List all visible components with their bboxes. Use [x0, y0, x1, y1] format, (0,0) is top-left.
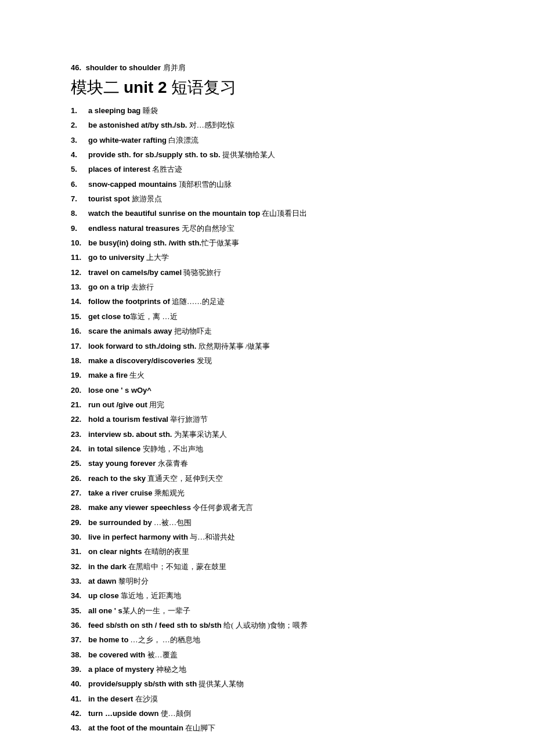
- item-chinese: 用完: [147, 400, 164, 409]
- item-chinese: 直通天空，延伸到天空: [146, 474, 223, 483]
- item-number: 35.: [71, 603, 86, 618]
- list-item: 34.up close 靠近地，近距离地: [71, 588, 463, 603]
- list-item: 30.live in perfect harmony with 与…和谐共处: [71, 530, 463, 544]
- item-english: travel on camels/by camel: [88, 268, 182, 277]
- list-item: 38.be covered with 被…覆盖: [71, 648, 463, 662]
- item-number: 38.: [71, 648, 86, 662]
- item-english: make a fire: [88, 371, 128, 379]
- item-english: in the desert: [88, 694, 133, 703]
- list-item: 43.at the foot of the mountain 在山脚下: [71, 721, 463, 735]
- item-english: tourist spot: [88, 194, 130, 203]
- intro-num: 46.: [71, 63, 81, 72]
- item-chinese: 对…感到吃惊: [187, 121, 234, 129]
- item-number: 17.: [71, 339, 86, 353]
- item-number: 41.: [71, 692, 86, 706]
- item-number: 12.: [71, 265, 86, 280]
- item-english: be covered with: [88, 650, 145, 659]
- list-item: 1.a sleeping bag 睡袋: [71, 103, 463, 118]
- list-item: 11.go to university 上大学: [71, 250, 463, 265]
- list-item: 22.hold a tourism festival 举行旅游节: [71, 412, 463, 426]
- intro-english: shoulder to shoulder: [86, 63, 161, 72]
- item-english: make any viewer speechless: [88, 503, 191, 512]
- list-item: 36.feed sb/sth on sth / feed sth to sb/s…: [71, 618, 463, 632]
- title-bold: unit 2: [124, 78, 167, 96]
- item-english: scare the animals away: [88, 327, 172, 335]
- item-number: 13.: [71, 280, 86, 294]
- list-item: 13.go on a trip 去旅行: [71, 280, 463, 294]
- item-number: 19.: [71, 368, 86, 382]
- list-item: 16.scare the animals away 把动物吓走: [71, 324, 463, 338]
- item-number: 3.: [71, 133, 86, 147]
- item-chinese: 提供某物给某人: [221, 150, 275, 159]
- item-number: 43.: [71, 721, 86, 735]
- list-item: 39.a place of mystery 神秘之地: [71, 662, 463, 677]
- list-item: 9.endless natural treasures 无尽的自然珍宝: [71, 221, 463, 236]
- item-chinese: 在沙漠: [133, 694, 157, 703]
- item-english: live in perfect harmony with: [88, 533, 188, 541]
- item-number: 11.: [71, 250, 86, 265]
- item-english: stay young forever: [88, 459, 156, 468]
- item-number: 9.: [71, 221, 86, 236]
- item-chinese: 骑骆驼旅行: [182, 268, 221, 277]
- item-number: 6.: [71, 177, 86, 191]
- item-english: feed sb/sth on sth / feed sth to sb/sth: [88, 621, 222, 630]
- title-post: 短语复习: [167, 78, 236, 96]
- item-english: lose one ' s wOy^: [88, 386, 151, 395]
- item-number: 32.: [71, 559, 86, 574]
- list-item: 2.be astonished at/by sth./sb. 对…感到吃惊: [71, 118, 463, 132]
- item-english: provide sth. for sb./supply sth. to sb.: [88, 150, 221, 159]
- item-english: go on a trip: [88, 283, 129, 291]
- item-english: snow-capped mountains: [88, 180, 176, 189]
- list-item: 31.on clear nights 在晴朗的夜里: [71, 544, 463, 559]
- list-item: 18.make a discovery/discoveries 发现: [71, 353, 463, 368]
- list-item: 25.stay young forever 永葆青春: [71, 456, 463, 471]
- item-english: run out /give out: [88, 400, 147, 409]
- item-chinese: 上大学: [145, 253, 169, 262]
- item-english: get close to: [88, 312, 130, 321]
- list-item: 28.make any viewer speechless 令任何参观者无言: [71, 500, 463, 515]
- item-chinese: 使…颠倒: [158, 709, 190, 718]
- item-number: 24.: [71, 442, 86, 456]
- item-chinese: 在黑暗中；不知道，蒙在鼓里: [127, 562, 226, 571]
- item-number: 4.: [71, 147, 86, 162]
- item-chinese: 提供某人某物: [197, 679, 244, 688]
- item-english: all one ' s: [88, 606, 122, 615]
- item-number: 14.: [71, 294, 86, 309]
- item-english: provide/supply sb/sth with sth: [88, 679, 197, 688]
- item-english: at dawn: [88, 577, 116, 585]
- item-number: 16.: [71, 324, 86, 338]
- item-number: 10.: [71, 236, 86, 250]
- item-number: 40.: [71, 677, 86, 691]
- list-item: 24.in total silence 安静地，不出声地: [71, 442, 463, 456]
- item-chinese: 生火: [128, 371, 145, 379]
- item-english: turn …upside down: [88, 709, 158, 718]
- phrase-list: 1.a sleeping bag 睡袋2.be astonished at/by…: [71, 103, 463, 736]
- item-english: be home to: [88, 635, 128, 644]
- item-chinese: 把动物吓走: [172, 327, 212, 335]
- item-chinese: 神秘之地: [154, 665, 186, 674]
- item-number: 27.: [71, 486, 86, 500]
- item-chinese: …之乡， …的栖息地: [128, 635, 200, 644]
- item-english: endless natural treasures: [88, 224, 180, 233]
- item-number: 25.: [71, 456, 86, 471]
- item-number: 26.: [71, 471, 86, 486]
- item-chinese: 在晴朗的夜里: [142, 547, 189, 556]
- item-chinese: 被…覆盖: [145, 650, 177, 659]
- item-chinese: 靠近，离 …近: [130, 312, 177, 321]
- list-item: 8.watch the beautiful sunrise on the mou…: [71, 206, 463, 220]
- item-chinese: 白浪漂流: [167, 136, 199, 144]
- item-chinese: 举行旅游节: [168, 415, 208, 424]
- item-chinese: 安静地，不出声地: [140, 444, 203, 453]
- item-number: 21.: [71, 397, 86, 412]
- item-english: in total silence: [88, 444, 140, 453]
- list-item: 27.take a river cruise 乘船观光: [71, 486, 463, 500]
- list-item: 41.in the desert 在沙漠: [71, 692, 463, 706]
- item-english: take a river cruise: [88, 489, 153, 497]
- item-chinese: 去旅行: [129, 283, 154, 291]
- item-number: 20.: [71, 383, 86, 397]
- item-number: 22.: [71, 412, 86, 426]
- item-chinese: 乘船观光: [153, 489, 185, 497]
- list-item: 5.places of interest 名胜古迹: [71, 162, 463, 176]
- item-chinese: 名胜古迹: [150, 165, 182, 173]
- item-chinese: 旅游景点: [130, 194, 162, 203]
